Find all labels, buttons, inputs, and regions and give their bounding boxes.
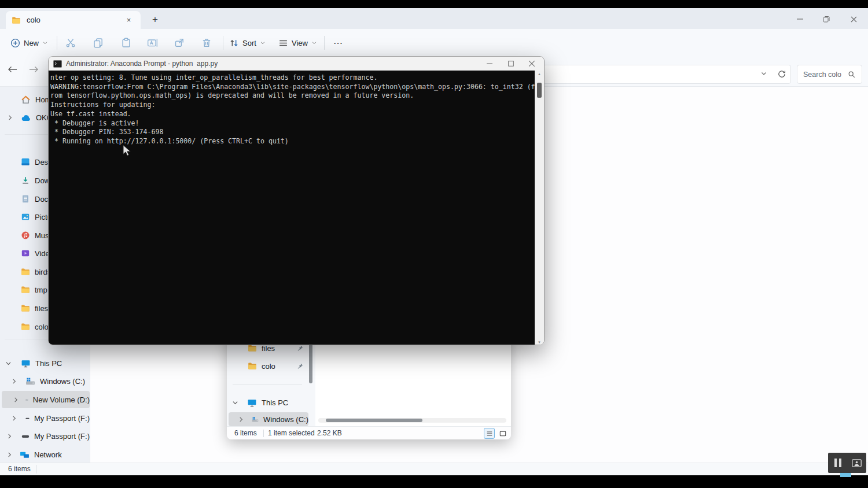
bg-sidebar-item-this-pc[interactable]: This PC: [227, 394, 308, 411]
sidebar-item-this-pc[interactable]: This PC: [0, 354, 90, 372]
view-button-label: View: [292, 39, 308, 47]
sidebar-item-my-passport-f-1[interactable]: My Passport (F:): [0, 409, 90, 427]
terminal-line: rom tensorflow.python.ops.math_ops) is d…: [50, 91, 536, 101]
sidebar-item-windows-c[interactable]: Windows (C:): [0, 372, 90, 390]
folder-icon: [21, 267, 30, 276]
letterbox-bar: [0, 475, 868, 488]
pip-icon: [852, 459, 862, 467]
tab-colo[interactable]: colo ×: [6, 11, 141, 29]
folder-icon: [21, 304, 30, 313]
pause-button[interactable]: [828, 453, 847, 473]
minimize-button[interactable]: [788, 12, 811, 27]
sort-icon: [229, 38, 239, 48]
address-dropdown-chevron-icon[interactable]: [760, 69, 771, 81]
sort-button-label: Sort: [242, 39, 256, 47]
chevron-right-icon[interactable]: [238, 417, 244, 422]
terminal-output[interactable]: nter op setting: 8. Tune using inter_op_…: [49, 71, 536, 345]
windows-drive-icon: [252, 415, 259, 424]
new-tab-button[interactable]: +: [148, 13, 162, 27]
sidebar-item-label: Network: [34, 450, 62, 459]
chevron-right-icon[interactable]: [7, 434, 12, 439]
paste-icon: [121, 38, 131, 48]
restore-button[interactable]: [815, 12, 838, 27]
back-button[interactable]: [3, 61, 21, 78]
pip-button[interactable]: [847, 453, 866, 473]
music-icon: [21, 231, 30, 240]
terminal-line: * Debugger is active!: [50, 119, 536, 128]
sidebar-item-label: My Passport (F:): [34, 414, 90, 423]
sidebar-item-new-volume-d[interactable]: New Volume (D:): [2, 391, 90, 408]
terminal-scrollbar[interactable]: ▲ ▼: [535, 71, 544, 345]
scrollbar-thumb[interactable]: [326, 419, 422, 422]
network-icon: [20, 450, 30, 459]
sort-button[interactable]: Sort: [229, 34, 266, 52]
forward-button[interactable]: [25, 61, 42, 78]
rename-button[interactable]: [147, 34, 158, 52]
items-count: 6 items: [8, 465, 31, 473]
terminal-line: Instructions for updating:: [50, 101, 536, 110]
this-pc-icon: [247, 398, 257, 408]
close-button[interactable]: [842, 12, 865, 27]
tab-bar: colo × +: [0, 8, 868, 29]
bg-horizontal-scrollbar[interactable]: [318, 418, 506, 423]
scroll-down-icon[interactable]: ▼: [535, 341, 544, 344]
desktop: colo × + New: [0, 0, 868, 488]
copy-button[interactable]: [93, 34, 104, 52]
chevron-right-icon[interactable]: [12, 379, 17, 384]
toolbar: New: [0, 29, 868, 56]
copy-icon: [93, 38, 104, 48]
items-count: 6 items: [234, 429, 257, 437]
view-icon: [278, 38, 288, 48]
cut-button[interactable]: [65, 34, 76, 52]
scrollbar-thumb[interactable]: [537, 83, 542, 98]
chevron-right-icon[interactable]: [8, 115, 13, 120]
bg-sidebar-item-windows-c[interactable]: Windows (C:): [229, 412, 308, 426]
sidebar-item-label: colo: [262, 362, 275, 371]
chevron-down-icon[interactable]: [233, 400, 238, 405]
terminal-title-bar[interactable]: Administrator: Anaconda Prompt - python …: [49, 57, 544, 71]
terminal-close-button[interactable]: [522, 57, 542, 71]
pause-icon: [834, 459, 841, 467]
pictures-icon: [21, 212, 30, 221]
video-progress-indicator[interactable]: [840, 473, 851, 477]
view-button[interactable]: View: [278, 34, 317, 52]
list-view-toggle[interactable]: [484, 428, 495, 439]
downloads-icon: [21, 176, 30, 185]
console-icon: [53, 60, 62, 68]
chevron-down-icon[interactable]: [6, 361, 11, 366]
terminal-line: Use tf.cast instead.: [50, 110, 536, 119]
refresh-icon[interactable]: [777, 69, 789, 81]
terminal-minimize-button[interactable]: [480, 57, 499, 71]
pin-icon: [296, 363, 304, 370]
terminal-title: Administrator: Anaconda Prompt - python …: [66, 60, 218, 68]
sidebar-item-label: This PC: [35, 359, 62, 368]
bg-sidebar-item-colo[interactable]: colo: [227, 357, 308, 375]
search-placeholder: Search colo: [803, 71, 848, 79]
drive-icon: [25, 396, 28, 404]
new-button[interactable]: New: [10, 34, 48, 52]
documents-icon: [21, 194, 30, 204]
paste-button[interactable]: [121, 34, 131, 52]
scrollbar-thumb[interactable]: [309, 344, 312, 383]
terminal-line: nter op setting: 8. Tune using inter_op_…: [50, 73, 536, 83]
folder-icon: [12, 16, 21, 25]
delete-button[interactable]: [201, 34, 212, 52]
chevron-down-icon: [42, 40, 48, 46]
share-icon: [174, 38, 185, 48]
chevron-right-icon[interactable]: [13, 397, 19, 402]
folder-icon: [21, 285, 30, 294]
chevron-right-icon[interactable]: [12, 416, 17, 421]
more-options-button[interactable]: ⋯: [333, 34, 343, 52]
chevron-right-icon[interactable]: [7, 452, 12, 457]
home-icon: [21, 95, 31, 105]
details-pane-toggle[interactable]: [497, 428, 508, 439]
status-divider: [36, 465, 36, 474]
sidebar-item-network[interactable]: Network: [0, 446, 90, 463]
terminal-maximize-button[interactable]: [501, 57, 521, 71]
scroll-up-icon[interactable]: ▲: [535, 72, 544, 76]
sidebar-item-my-passport-f-2[interactable]: My Passport (F:): [0, 427, 90, 445]
tab-close-icon[interactable]: ×: [124, 15, 134, 25]
share-button[interactable]: [174, 34, 185, 52]
search-input[interactable]: Search colo: [797, 65, 862, 84]
new-button-label: New: [24, 39, 39, 47]
